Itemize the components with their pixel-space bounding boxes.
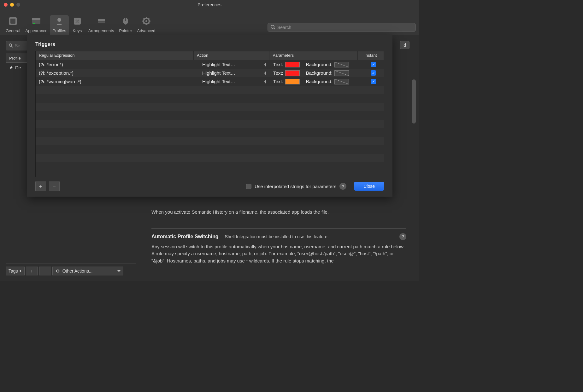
cell-regex[interactable]: (?i:.*exception.*) [36, 69, 199, 77]
cell-regex[interactable]: (?i:.*warning|warn.*) [36, 77, 199, 86]
cell-params[interactable]: Text: Background: [270, 77, 363, 86]
instant-checkbox[interactable]: ✓ [371, 70, 376, 76]
help-button[interactable]: ? [339, 183, 346, 190]
text-color-swatch[interactable] [285, 62, 300, 67]
cell-params[interactable]: Text: Background: [270, 69, 363, 77]
dialog-title: Triggers [35, 42, 384, 47]
tags-button[interactable]: Tags > [6, 267, 25, 275]
add-trigger-button[interactable]: ＋ [35, 182, 46, 191]
cell-action[interactable]: Highlight Text… ▲▼ [199, 60, 270, 69]
svg-point-5 [57, 18, 61, 22]
help-button[interactable]: ? [399, 233, 406, 240]
text-label: Text: [273, 79, 283, 84]
cell-action[interactable]: Highlight Text… ▲▼ [199, 77, 270, 86]
pointer-icon [120, 15, 132, 27]
svg-line-21 [144, 23, 144, 24]
remove-profile-button[interactable]: － [39, 267, 51, 275]
triggers-dialog: Triggers Regular Expression Action Param… [27, 35, 392, 197]
semantic-history-desc: When you activate Semantic History on a … [151, 209, 406, 216]
search-icon [9, 43, 13, 49]
col-regex[interactable]: Regular Expression [36, 51, 194, 60]
general-icon [7, 15, 19, 27]
col-params[interactable]: Parameters [269, 51, 358, 60]
svg-line-18 [144, 18, 144, 19]
text-color-swatch[interactable] [285, 70, 300, 76]
aps-title: Automatic Profile Switching [151, 234, 218, 239]
cell-instant[interactable]: ✓ [363, 69, 384, 77]
svg-rect-1 [10, 19, 15, 24]
svg-rect-8 [98, 19, 105, 21]
table-row-empty [36, 94, 384, 103]
toolbar-label: Profiles [52, 28, 66, 33]
search-icon [270, 25, 275, 31]
content-scrollbar[interactable] [412, 79, 416, 124]
profile-tab-fragment[interactable]: d [400, 41, 409, 49]
aps-desc: Any session will switch to this profile … [151, 243, 406, 265]
profile-label: De [15, 65, 21, 70]
svg-line-20 [148, 18, 149, 19]
svg-rect-4 [33, 23, 35, 24]
table-row-empty [36, 103, 384, 111]
toolbar-advanced[interactable]: Advanced [135, 15, 158, 35]
svg-line-19 [148, 23, 149, 24]
table-row-empty [36, 120, 384, 128]
triggers-table: Regular Expression Action Parameters Ins… [35, 51, 384, 177]
svg-point-22 [271, 25, 274, 28]
table-row[interactable]: (?i:.*warning|warn.*) Highlight Text… ▲▼… [36, 77, 384, 86]
toolbar-arrangements[interactable]: Arrangements [86, 15, 117, 35]
table-row-empty [36, 145, 384, 154]
action-stepper-icon[interactable]: ▲▼ [264, 80, 267, 84]
interpolated-checkbox[interactable]: Use interpolated strings for parameters [246, 184, 336, 189]
preferences-search-input[interactable] [277, 25, 413, 30]
table-row-empty [36, 128, 384, 137]
keys-icon: ⌘ [71, 15, 83, 27]
table-row-empty [36, 154, 384, 162]
titlebar: Preferences [0, 0, 419, 9]
close-button[interactable]: Close [354, 182, 384, 191]
toolbar-general[interactable]: General [3, 15, 23, 35]
cell-params[interactable]: Text: Background: [270, 60, 363, 69]
toolbar-profiles[interactable]: Profiles [50, 15, 68, 35]
gear-icon [140, 15, 152, 27]
preferences-search[interactable] [268, 23, 416, 32]
table-body: (?i:.*error.*) Highlight Text… ▲▼ Text: … [36, 60, 384, 177]
cell-instant[interactable]: ✓ [363, 60, 384, 69]
checkbox-box [246, 184, 251, 189]
aps-note: Shell Integration must be installed to u… [225, 234, 328, 239]
dialog-footer: ＋ － Use interpolated strings for paramet… [35, 182, 384, 191]
toolbar-label: General [6, 28, 20, 33]
svg-text:⌘: ⌘ [75, 19, 80, 24]
interpolated-label: Use interpolated strings for parameters [255, 184, 336, 189]
background-color-swatch[interactable] [334, 79, 349, 84]
other-actions-dropdown[interactable]: ⚙ Other Actions... [52, 267, 123, 275]
cell-action[interactable]: Highlight Text… ▲▼ [199, 69, 270, 77]
background-color-swatch[interactable] [334, 70, 349, 76]
profiles-icon [53, 15, 65, 27]
instant-checkbox[interactable]: ✓ [371, 62, 376, 67]
toolbar-pointer[interactable]: Pointer [116, 15, 134, 35]
toolbar-keys[interactable]: ⌘ Keys [69, 15, 86, 35]
action-stepper-icon[interactable]: ▲▼ [264, 63, 267, 66]
svg-line-25 [11, 46, 13, 47]
cell-instant[interactable]: ✓ [363, 77, 384, 86]
toolbar-appearance[interactable]: Appearance [23, 15, 50, 35]
remove-trigger-button[interactable]: － [49, 182, 60, 191]
toolbar-label: Advanced [137, 28, 156, 33]
col-action[interactable]: Action [194, 51, 269, 60]
action-stepper-icon[interactable]: ▲▼ [264, 71, 267, 75]
background-color-swatch[interactable] [334, 62, 349, 67]
table-row-empty [36, 111, 384, 120]
table-row[interactable]: (?i:.*error.*) Highlight Text… ▲▼ Text: … [36, 60, 384, 69]
toolbar-label: Appearance [25, 28, 47, 33]
instant-checkbox[interactable]: ✓ [371, 79, 376, 84]
add-profile-button[interactable]: ＋ [26, 267, 38, 275]
arrangements-icon [95, 15, 107, 27]
cell-regex[interactable]: (?i:.*error.*) [36, 60, 199, 69]
svg-line-23 [274, 28, 275, 29]
table-row[interactable]: (?i:.*exception.*) Highlight Text… ▲▼ Te… [36, 69, 384, 77]
appearance-icon [30, 15, 42, 27]
col-instant[interactable]: Instant [358, 51, 384, 60]
text-color-swatch[interactable] [285, 79, 300, 84]
background-label: Background: [306, 62, 333, 67]
table-header: Regular Expression Action Parameters Ins… [36, 51, 384, 60]
